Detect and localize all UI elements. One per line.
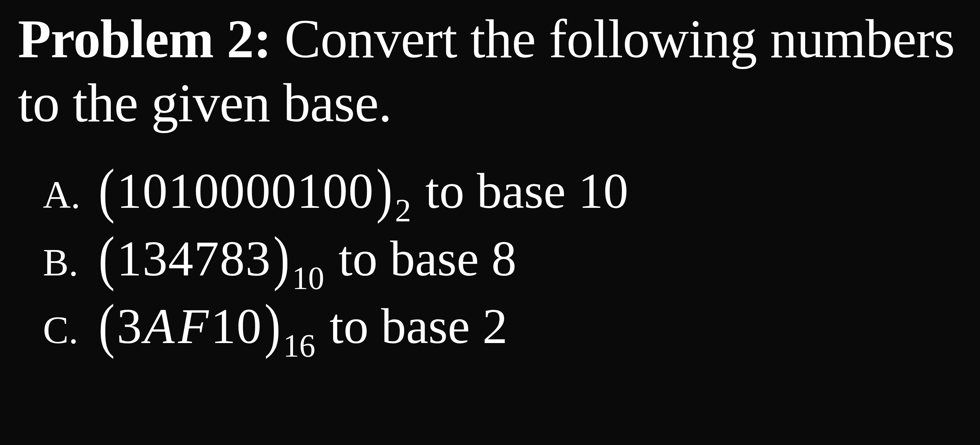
item-number: 134783: [117, 225, 271, 292]
item-number: 1010000100: [117, 157, 374, 225]
item-subscript: 2: [395, 189, 411, 233]
item-number: 3AF10: [117, 292, 262, 360]
problem-label: Problem 2:: [18, 9, 271, 69]
item-body: ( 3AF10 ) 16 to base 2: [97, 292, 508, 360]
item-subscript: 10: [292, 257, 324, 300]
problem-item-b: B. ( 134783 ) 10 to base 8: [43, 225, 962, 292]
open-paren: (: [99, 163, 115, 218]
open-paren: (: [99, 231, 115, 286]
problem-title: Problem 2: Convert the following numbers…: [18, 7, 962, 136]
problem-item-c: C. ( 3AF10 ) 16 to base 2: [43, 292, 962, 360]
item-subscript: 16: [283, 324, 315, 368]
close-paren: ): [264, 298, 280, 353]
item-target: to base 10: [425, 157, 628, 225]
open-paren: (: [99, 298, 115, 353]
item-body: ( 1010000100 ) 2 to base 10: [97, 157, 628, 225]
item-letter: C.: [43, 304, 97, 356]
item-target: to base 8: [339, 225, 517, 292]
close-paren: ): [376, 163, 392, 218]
close-paren: ): [273, 231, 289, 286]
item-target: to base 2: [329, 292, 508, 360]
problem-item-a: A. ( 1010000100 ) 2 to base 10: [43, 157, 962, 225]
item-letter: B.: [43, 236, 97, 289]
problem-items: A. ( 1010000100 ) 2 to base 10 B. ( 1347…: [18, 157, 962, 360]
item-letter: A.: [43, 169, 97, 221]
item-body: ( 134783 ) 10 to base 8: [97, 225, 517, 292]
problem-page: Problem 2: Convert the following numbers…: [0, 0, 980, 360]
